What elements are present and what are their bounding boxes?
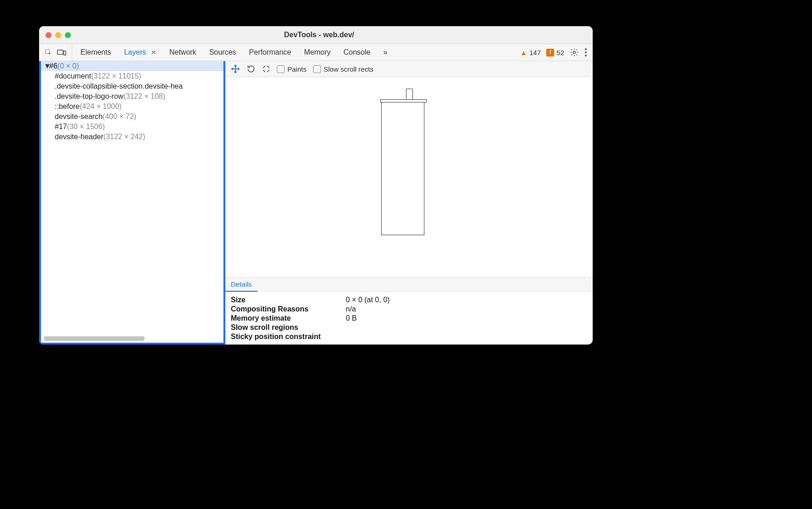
tree-row[interactable]: .devsite-top-logo-row(3122 × 108)	[41, 91, 223, 102]
svg-rect-1	[57, 50, 63, 54]
warnings-badge[interactable]: ▲ 147	[520, 49, 541, 57]
tab-sources[interactable]: Sources	[209, 48, 236, 57]
svg-rect-2	[64, 51, 66, 55]
layer-view-toolbar: Paints Slow scroll rects	[225, 61, 593, 77]
tree-row[interactable]: devsite-header(3122 × 242)	[41, 132, 223, 142]
errors-badge[interactable]: ! 52	[546, 49, 564, 57]
warnings-count: 147	[529, 49, 541, 57]
tab-console[interactable]: Console	[343, 48, 371, 57]
details-row: Compositing Reasons n/a	[231, 305, 587, 313]
paints-label: Paints	[287, 65, 307, 73]
kebab-menu-icon[interactable]	[584, 48, 587, 57]
scrollbar-thumb[interactable]	[44, 336, 145, 341]
horizontal-scrollbar[interactable]	[43, 336, 222, 341]
layer-visualization	[381, 101, 424, 235]
tree-row[interactable]: ::before(424 × 1000)	[41, 102, 223, 112]
device-toggle-icon[interactable]	[57, 49, 66, 57]
svg-point-3	[573, 51, 576, 54]
layer-3d-canvas[interactable]	[225, 77, 593, 277]
inspect-icon[interactable]	[45, 49, 52, 57]
close-tab-icon[interactable]: ✕	[151, 49, 156, 56]
slow-scroll-checkbox[interactable]: Slow scroll rects	[313, 65, 373, 73]
tab-network[interactable]: Network	[169, 48, 196, 57]
details-key: Size	[231, 296, 346, 304]
tab-memory[interactable]: Memory	[304, 48, 331, 57]
svg-point-5	[585, 51, 587, 53]
checkbox-icon	[277, 65, 285, 73]
details-panel: Details Size 0 × 0 (at 0, 0) Compositing…	[225, 277, 593, 345]
details-value: 0 B	[346, 314, 357, 322]
layers-tree-panel: ▼#6(0 × 0) #document(3122 × 11015) .devs…	[39, 61, 225, 345]
details-key: Slow scroll regions	[231, 323, 346, 332]
details-row: Memory estimate 0 B	[231, 314, 587, 322]
devtools-window: DevTools - web.dev/ Elements Layers ✕ Ne…	[39, 26, 593, 345]
tree-row[interactable]: .devsite-collapsible-section.devsite-hea	[41, 81, 223, 91]
layer-view-panel: Paints Slow scroll rects Details Size 0 …	[225, 61, 593, 345]
tree-row-root[interactable]: ▼#6(0 × 0)	[41, 61, 223, 71]
tab-layers[interactable]: Layers	[124, 48, 146, 56]
svg-point-4	[585, 48, 587, 50]
layers-tree: ▼#6(0 × 0) #document(3122 × 11015) .devs…	[41, 61, 223, 334]
pan-icon[interactable]	[231, 64, 240, 74]
tab-more[interactable]: »	[383, 48, 388, 57]
settings-icon[interactable]	[570, 48, 579, 57]
tree-row[interactable]: #document(3122 × 11015)	[41, 71, 223, 81]
details-row: Sticky position constraint	[231, 333, 587, 341]
details-key: Memory estimate	[231, 314, 346, 322]
checkbox-icon	[313, 65, 321, 73]
paints-checkbox[interactable]: Paints	[277, 65, 307, 73]
rotate-icon[interactable]	[246, 64, 256, 74]
details-tabs: Details	[225, 277, 593, 292]
svg-point-6	[585, 55, 587, 57]
details-key: Sticky position constraint	[231, 333, 346, 341]
error-icon: !	[546, 49, 554, 57]
tree-row[interactable]: devsite-search(400 × 72)	[41, 112, 223, 122]
details-value: 0 × 0 (at 0, 0)	[346, 296, 390, 304]
errors-count: 52	[556, 49, 564, 57]
main-toolbar: Elements Layers ✕ Network Sources Perfor…	[39, 44, 593, 61]
tab-details[interactable]: Details	[225, 277, 257, 292]
reset-view-icon[interactable]	[262, 65, 270, 73]
tree-row[interactable]: #17(30 × 1506)	[41, 122, 223, 132]
details-row: Slow scroll regions	[231, 323, 587, 332]
slow-scroll-label: Slow scroll rects	[324, 65, 373, 73]
titlebar: DevTools - web.dev/	[39, 26, 593, 44]
details-row: Size 0 × 0 (at 0, 0)	[231, 296, 587, 304]
window-title: DevTools - web.dev/	[46, 31, 593, 39]
details-key: Compositing Reasons	[231, 305, 346, 313]
details-value: n/a	[346, 305, 356, 313]
tab-elements[interactable]: Elements	[80, 48, 111, 57]
warning-icon: ▲	[520, 49, 527, 57]
tab-performance[interactable]: Performance	[249, 48, 292, 57]
collapse-arrow-icon[interactable]: ▼	[44, 62, 48, 70]
